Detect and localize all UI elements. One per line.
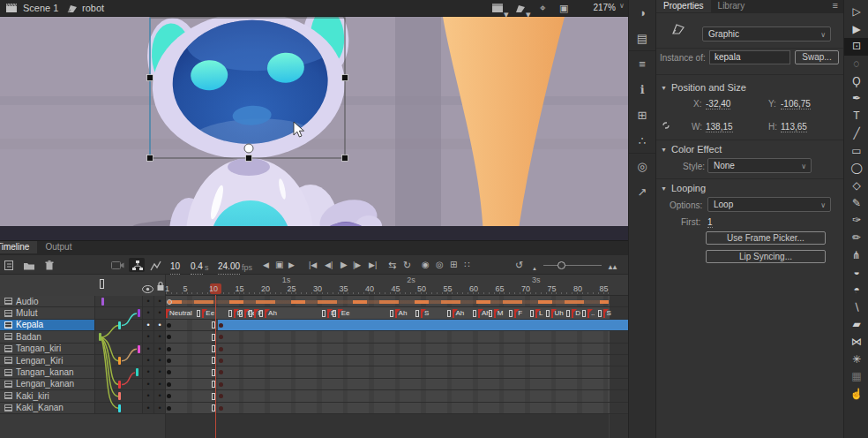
text-tool[interactable]: T (844, 108, 868, 125)
layer-frames[interactable] (166, 390, 628, 401)
polystar-tool[interactable]: ◇ (844, 177, 868, 195)
layer-visibility-dot[interactable]: • (143, 307, 154, 318)
tab-library[interactable]: Library (711, 0, 752, 12)
stage-canvas[interactable] (0, 17, 628, 240)
go-to-last-frame-button[interactable]: ▶| (369, 258, 377, 272)
parent-marker[interactable] (118, 381, 121, 389)
delete-layer-button[interactable] (44, 258, 55, 271)
section-color-effect[interactable]: ▼Color Effect (661, 144, 722, 155)
layer-frames[interactable] (166, 331, 628, 342)
first-frame-value[interactable]: 1 (707, 217, 713, 228)
parent-marker[interactable] (118, 321, 121, 329)
parent-marker[interactable] (138, 309, 140, 317)
swatches-panel-icon[interactable]: ▤ (629, 26, 655, 51)
use-frame-picker-button[interactable]: Use Frame Picker... (706, 231, 826, 245)
eye-icon[interactable] (142, 281, 153, 297)
layer-lock-dot[interactable]: • (154, 403, 166, 413)
layer-visibility-dot[interactable]: • (143, 344, 154, 354)
prev-keyframe-button[interactable]: ◀ (263, 258, 269, 272)
motion-editor-panel-icon[interactable]: ↗ (629, 179, 655, 205)
layer-lock-dot[interactable]: • (154, 331, 166, 342)
parent-marker[interactable] (118, 404, 121, 412)
paint-bucket-tool[interactable]: ◒ (844, 264, 868, 282)
layer-lock-dot[interactable]: • (154, 320, 166, 330)
lasso-tool[interactable]: Ϙ (844, 73, 868, 91)
step-back-button[interactable]: ◀| (325, 258, 333, 272)
width-tool[interactable]: ⋈ (844, 334, 868, 351)
parenting-cell[interactable] (95, 331, 143, 342)
stage-zoom-chevron[interactable]: ∨ (619, 2, 625, 10)
layer-frames[interactable] (166, 403, 628, 413)
layer-frames[interactable]: NeutralEeDEeFAhDEeAhSAhAhMFLUhD..S (166, 307, 628, 318)
w-value[interactable]: 138,15 (706, 122, 733, 132)
layer-frames[interactable] (166, 320, 628, 330)
line-tool[interactable]: ╱ (844, 125, 868, 143)
layer-name-Badan[interactable]: Badan (0, 331, 95, 342)
h-value[interactable]: 113,65 (781, 122, 807, 132)
layer-lock-dot[interactable]: • (154, 355, 166, 366)
parenting-cell[interactable] (95, 390, 143, 401)
flip-frames-icon[interactable]: ⇆ (388, 258, 396, 272)
timeline-zoom-out-icon[interactable]: ▲ (532, 261, 537, 276)
layer-lock-dot[interactable]: • (154, 344, 166, 354)
edit-symbols-icon[interactable] (515, 4, 526, 17)
section-position-size[interactable]: ▼Position and Size (661, 82, 746, 93)
symbol-type-select[interactable]: Graphic∨ (702, 26, 831, 42)
gradient-transform-tool[interactable]: ◌ (844, 56, 868, 73)
transform-point[interactable] (244, 144, 253, 153)
rectangle-tool[interactable]: ▭ (844, 143, 868, 161)
frame-range-icon[interactable]: ∷ (464, 258, 469, 272)
layer-visibility-dot[interactable]: • (143, 331, 154, 342)
eyedropper-tool[interactable]: ∖ (844, 299, 868, 317)
layer-visibility-dot[interactable]: • (143, 320, 154, 330)
layer-visibility-dot[interactable]: • (143, 366, 154, 377)
layer-frames[interactable] (166, 344, 628, 354)
free-transform-tool[interactable]: ⊡ (844, 38, 868, 56)
lip-syncing-button[interactable]: Lip Syncing... (706, 250, 826, 263)
instance-name-field[interactable]: kepala (709, 50, 790, 64)
selection-tool[interactable]: ▷ (844, 4, 868, 21)
brushes-panel-icon[interactable]: ∴ (629, 128, 655, 154)
layer-visibility-dot[interactable]: • (143, 403, 154, 413)
parenting-cell[interactable] (95, 403, 143, 413)
new-layer-button[interactable] (4, 258, 14, 271)
parent-marker[interactable] (138, 345, 140, 353)
add-camera-button[interactable] (111, 258, 124, 270)
layer-lock-dot[interactable]: • (154, 296, 166, 306)
pen-tool[interactable]: ✒ (844, 90, 868, 108)
breadcrumb-symbol[interactable]: robot (82, 2, 104, 15)
ink-bottle-tool[interactable]: ◓ (844, 282, 868, 299)
onion-skin-icon[interactable]: ◉ (422, 258, 430, 272)
current-frame-icon[interactable]: ▣ (275, 258, 283, 272)
timeline-zoom-slider[interactable] (543, 265, 602, 266)
layer-visibility-dot[interactable]: • (143, 379, 154, 389)
y-value[interactable]: -106,75 (781, 99, 811, 110)
timeline-zoom-knob[interactable] (557, 261, 565, 269)
layer-name-Kepala[interactable]: Kepala (0, 320, 95, 330)
pencil-tool[interactable]: ✎ (844, 195, 868, 213)
parent-marker[interactable] (101, 298, 104, 306)
transform-panel-icon[interactable]: ⊞ (629, 102, 655, 128)
layer-visibility-dot[interactable]: • (143, 390, 154, 401)
layer-name-Kaki_kiri[interactable]: Kaki_kiri (0, 390, 95, 401)
new-folder-button[interactable] (23, 258, 35, 271)
center-frame-icon[interactable]: ⌖ (540, 2, 546, 15)
parent-marker[interactable] (136, 368, 138, 376)
constrain-proportions-icon[interactable] (660, 120, 672, 132)
panel-menu-icon[interactable]: ≡ (833, 0, 838, 11)
layer-lock-dot[interactable]: • (154, 379, 166, 389)
layer-name-Kaki_Kanan[interactable]: Kaki_Kanan (0, 403, 95, 413)
next-keyframe-button[interactable]: ▶ (288, 258, 295, 272)
parenting-cell[interactable] (95, 307, 143, 318)
layer-frames[interactable] (166, 379, 628, 389)
current-frame-value[interactable]: 10 (170, 260, 180, 275)
color-panel-icon[interactable]: ◑ (629, 0, 655, 26)
layer-lock-dot[interactable]: • (154, 390, 166, 401)
lock-icon[interactable] (156, 279, 165, 295)
layer-name-Tangan_kanan[interactable]: Tangan_kanan (0, 366, 95, 377)
tab-timeline[interactable]: Timeline (0, 241, 37, 253)
layer-visibility-dot[interactable]: • (143, 296, 154, 306)
edit-multiple-frames-icon[interactable]: ⊞ (450, 258, 457, 272)
asset-warp-tool[interactable]: ✳ (844, 351, 868, 369)
play-button[interactable]: ▶ (340, 258, 348, 272)
